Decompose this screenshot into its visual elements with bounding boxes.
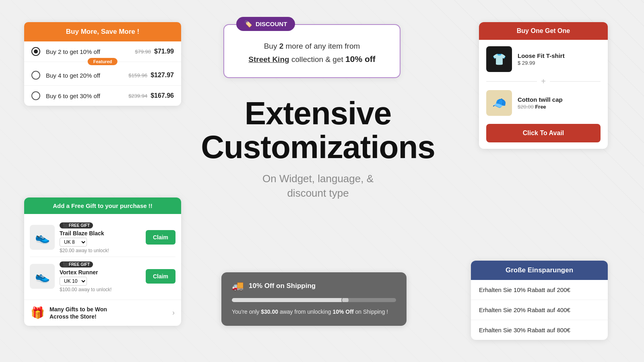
shipping-desc-3: on Shipping ! [355, 309, 388, 315]
progress-bar-fill [232, 298, 347, 302]
gift-item-1-name: Trail Blaze Black [60, 230, 141, 237]
buy-tier-3[interactable]: Buy 6 to get 30% off $239.94 $167.96 [24, 86, 181, 106]
discount-badge: 🏷️ DISCOUNT [236, 17, 295, 31]
tier-2-radio[interactable] [31, 71, 40, 80]
bogo-item-2-price: $20.00 Free [518, 104, 563, 110]
bogo-item-2-name: Cotton twill cap [518, 96, 563, 103]
shipping-header: 🚚 10% Off on Shipping [232, 280, 396, 292]
sub-heading: On Widget, language, &discount type [161, 171, 475, 201]
center-heading: ExtensiveCustomizations On Widget, langu… [161, 97, 475, 201]
shipping-widget: 🚚 10% Off on Shipping You're only $30.00… [221, 272, 407, 326]
gift-item-1-info: ⬛ FREE GIFT Trail Blaze Black UK 8 UK 9 … [60, 221, 141, 253]
free-gift-badge-2: ⬛ FREE GIFT [60, 261, 93, 267]
bogo-item-1-price: $ 29.99 [518, 60, 565, 66]
bogo-item-2-orig: $20.00 [518, 104, 534, 110]
tier-1-radio[interactable] [31, 47, 40, 56]
tier-2-label: Buy 4 to get 20% off [46, 72, 128, 79]
gift-item-2-info: ⬛ FREE GIFT Vortex Runner UK 10 UK 9 UK … [60, 260, 141, 292]
main-heading: ExtensiveCustomizations [161, 97, 475, 164]
cap-image: 🧢 [486, 90, 512, 116]
german-tier-1: Erhalten Sie 10% Rabatt auf 200€ [471, 280, 608, 300]
bogo-item-1-info: Loose Fit T-shirt $ 29.99 [518, 52, 565, 66]
truck-icon: 🚚 [232, 280, 244, 292]
shipping-desc-1: You're only [232, 309, 261, 315]
german-header: Große Einsparungen [471, 261, 608, 280]
click-to-avail-button[interactable]: Click To Avail [486, 124, 601, 142]
tier-1-orig: $79.98 [135, 49, 151, 55]
gift-box-icon: 🎁 [31, 306, 45, 319]
gift-items-list: 👟 ⬛ FREE GIFT Trail Blaze Black UK 8 UK … [24, 214, 181, 300]
tier-2-orig: $159.96 [128, 72, 147, 78]
gift-item-2: 👟 ⬛ FREE GIFT Vortex Runner UK 10 UK 9 U… [30, 257, 175, 296]
tier-1-label: Buy 2 to get 10% off [46, 48, 135, 55]
buy-more-header: Buy More, Save More ! [24, 22, 181, 41]
bogo-item-1: 👕 Loose Fit T-shirt $ 29.99 [486, 46, 601, 72]
tier-1-disc: $71.99 [154, 48, 174, 55]
divider-line-left [486, 81, 537, 82]
discount-text: Buy 2 more of any item from Street King … [239, 40, 385, 66]
free-gift-header: Add a Free Gift to your purchase !! [24, 197, 181, 214]
bogo-item-2-info: Cotton twill cap $20.00 Free [518, 96, 563, 110]
discount-brand: Street King [248, 55, 289, 64]
shipping-desc-2: away from unlocking [280, 309, 333, 315]
claim-button-2[interactable]: Claim [146, 269, 175, 284]
shoe-1-image: 👟 [30, 225, 55, 250]
gift-item-2-unlock: $100.00 away to unlock! [60, 287, 141, 292]
free-gift-widget: Add a Free Gift to your purchase !! 👟 ⬛ … [24, 197, 181, 326]
tshirt-image: 👕 [486, 46, 512, 72]
featured-badge: Featured [88, 58, 118, 65]
discount-text1: Buy 2 more of any item from [264, 42, 360, 50]
bogo-item-2-free: Free [535, 104, 546, 110]
free-gift-badge-1: ⬛ FREE GIFT [60, 222, 93, 228]
discount-highlight: 10% off [345, 54, 376, 64]
tier-2-disc: $127.97 [151, 72, 174, 79]
bogo-header: Buy One Get One [479, 22, 608, 40]
chevron-right-icon: › [172, 309, 175, 317]
discount-widget: 🏷️ DISCOUNT Buy 2 more of any item from … [223, 24, 400, 78]
bogo-item-1-name: Loose Fit T-shirt [518, 52, 565, 59]
gift-item-1-unlock: $20.00 away to unlock! [60, 248, 141, 253]
discount-badge-label: DISCOUNT [256, 21, 287, 27]
tier-3-label: Buy 6 to get 30% off [46, 93, 128, 99]
many-gifts-row[interactable]: 🎁 Many Gifts to be WonAcross the Store! … [24, 300, 181, 326]
german-widget: Große Einsparungen Erhalten Sie 10% Raba… [471, 261, 608, 340]
gift-item-2-size[interactable]: UK 10 UK 9 UK 11 [60, 277, 87, 286]
gift-item-2-name: Vortex Runner [60, 269, 141, 276]
shoe-2-image: 👟 [30, 264, 55, 289]
german-tier-2: Erhalten Sie 20% Rabatt auf 400€ [471, 300, 608, 320]
bogo-widget: Buy One Get One 👕 Loose Fit T-shirt $ 29… [479, 22, 608, 149]
buy-tier-2[interactable]: Featured Buy 4 to get 20% off $159.96 $1… [24, 62, 181, 86]
buy-more-widget: Buy More, Save More ! Buy 2 to get 10% o… [24, 22, 181, 106]
tier-3-orig: $239.94 [128, 93, 147, 99]
many-gifts-text: Many Gifts to be WonAcross the Store! [50, 306, 167, 320]
divider-line-right [550, 81, 601, 82]
claim-button-1[interactable]: Claim [146, 230, 175, 245]
shipping-title: 10% Off on Shipping [249, 282, 316, 290]
shipping-description: You're only $30.00 away from unlocking 1… [232, 308, 396, 316]
tier-3-radio[interactable] [31, 91, 40, 100]
bogo-item-2: 🧢 Cotton twill cap $20.00 Free [486, 90, 601, 116]
plus-icon: + [541, 77, 546, 86]
gift-item-1: 👟 ⬛ FREE GIFT Trail Blaze Black UK 8 UK … [30, 218, 175, 257]
bogo-body: 👕 Loose Fit T-shirt $ 29.99 + 🧢 Cotton t… [479, 40, 608, 149]
shipping-amount: $30.00 [261, 309, 278, 315]
shipping-highlight: 10% Off [332, 309, 353, 315]
tag-icon: 🏷️ [244, 20, 252, 28]
discount-text3: collection & get [291, 55, 345, 64]
progress-bar-container [232, 298, 396, 302]
bogo-divider: + [486, 77, 601, 86]
german-tier-3: Erhalten Sie 30% Rabatt auf 800€ [471, 320, 608, 340]
gift-item-1-size[interactable]: UK 8 UK 9 UK 10 [60, 238, 87, 247]
